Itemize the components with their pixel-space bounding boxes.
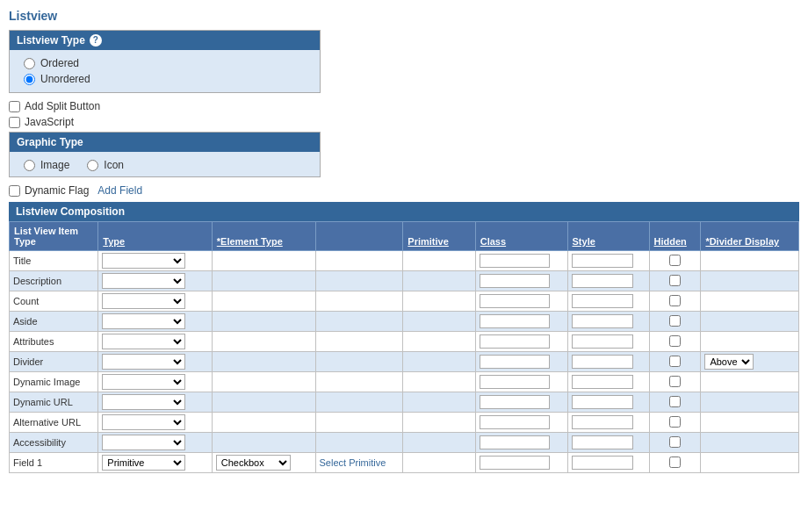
javascript-checkbox[interactable] xyxy=(9,117,20,128)
hidden-checkbox[interactable] xyxy=(669,436,681,448)
hidden-checkbox[interactable] xyxy=(669,255,681,266)
select-primitive-link[interactable]: Select Primitive xyxy=(320,457,386,468)
hidden-checkbox[interactable] xyxy=(669,416,681,428)
cell-style xyxy=(567,312,649,332)
type-select[interactable] xyxy=(102,354,185,370)
type-select[interactable] xyxy=(102,374,185,390)
class-input[interactable] xyxy=(480,456,550,470)
style-input[interactable] xyxy=(572,415,633,429)
graphic-type-header: Graphic Type xyxy=(10,133,320,152)
eltype-select[interactable]: Checkbox xyxy=(216,455,291,471)
hidden-checkbox[interactable] xyxy=(669,376,681,387)
cell-eltype xyxy=(212,372,315,392)
class-input[interactable] xyxy=(480,314,550,328)
cell-class xyxy=(475,271,567,291)
unordered-radio-row: Unordered xyxy=(24,71,306,87)
add-field-link[interactable]: Add Field xyxy=(97,184,142,197)
cell-class xyxy=(475,433,567,453)
cell-type xyxy=(98,352,213,372)
col-header-style-link[interactable]: Style xyxy=(573,236,595,247)
unordered-radio[interactable] xyxy=(24,74,35,85)
cell-style xyxy=(567,271,649,291)
cell-eltype: Checkbox xyxy=(212,453,315,473)
cell-hidden xyxy=(649,291,701,312)
cell-primitive xyxy=(403,413,475,433)
cell-class xyxy=(475,251,567,271)
style-input[interactable] xyxy=(572,395,633,409)
col-header-eltype-link[interactable]: *Element Type xyxy=(217,236,283,247)
class-input[interactable] xyxy=(480,415,550,429)
cell-hidden xyxy=(649,271,701,291)
class-input[interactable] xyxy=(480,294,550,308)
class-input[interactable] xyxy=(480,254,550,268)
javascript-area: JavaScript xyxy=(9,116,799,128)
cell-divider xyxy=(701,453,799,473)
style-input[interactable] xyxy=(572,375,633,389)
cell-type: Primitive xyxy=(98,453,213,473)
hidden-checkbox[interactable] xyxy=(669,315,681,327)
table-row: Dynamic URL xyxy=(10,392,799,413)
style-input[interactable] xyxy=(572,334,633,349)
graphic-type-section: Graphic Type Image Icon xyxy=(9,132,321,177)
cell-eltype xyxy=(212,413,315,433)
divider-select[interactable]: AboveBelowNone xyxy=(704,354,754,370)
class-input[interactable] xyxy=(480,355,550,369)
style-input[interactable] xyxy=(572,456,633,470)
style-input[interactable] xyxy=(572,294,633,308)
cell-style xyxy=(567,392,649,413)
type-select[interactable] xyxy=(102,414,185,430)
image-radio[interactable] xyxy=(24,160,35,171)
cell-hidden xyxy=(649,312,701,332)
style-input[interactable] xyxy=(572,355,633,369)
type-select[interactable] xyxy=(102,253,185,269)
col-header-class-link[interactable]: Class xyxy=(480,236,506,247)
type-select[interactable] xyxy=(102,313,185,329)
cell-extra: Select Primitive xyxy=(315,453,403,473)
dynamic-flag-checkbox[interactable] xyxy=(9,185,20,197)
class-input[interactable] xyxy=(480,375,550,389)
class-input[interactable] xyxy=(480,395,550,409)
hidden-checkbox[interactable] xyxy=(669,396,681,407)
hidden-checkbox[interactable] xyxy=(669,356,681,367)
hidden-checkbox[interactable] xyxy=(669,335,681,347)
cell-hidden xyxy=(649,372,701,392)
class-input[interactable] xyxy=(480,435,550,449)
cell-style xyxy=(567,251,649,271)
type-select[interactable] xyxy=(102,435,185,450)
icon-radio[interactable] xyxy=(87,160,98,171)
class-input[interactable] xyxy=(480,334,550,349)
hidden-checkbox[interactable] xyxy=(669,275,681,286)
cell-lvit: Accessibility xyxy=(10,433,98,453)
cell-divider xyxy=(701,312,799,332)
ordered-radio[interactable] xyxy=(24,58,35,69)
class-input[interactable] xyxy=(480,274,550,288)
type-select[interactable]: Primitive xyxy=(102,455,185,471)
cell-style xyxy=(567,291,649,312)
hidden-checkbox[interactable] xyxy=(669,457,681,468)
cell-eltype xyxy=(212,251,315,271)
help-icon[interactable]: ? xyxy=(90,34,102,47)
cell-hidden xyxy=(649,392,701,413)
type-select[interactable] xyxy=(102,394,185,410)
image-label: Image xyxy=(40,159,69,171)
col-header-divider-link[interactable]: *Divider Display xyxy=(705,236,779,247)
table-row: Alternative URL xyxy=(10,413,799,433)
col-header-type-link[interactable]: Type xyxy=(103,236,125,247)
style-input[interactable] xyxy=(572,274,633,288)
cell-divider xyxy=(701,392,799,413)
col-header-primitive-link[interactable]: Primitive xyxy=(408,236,448,247)
type-select[interactable] xyxy=(102,334,185,349)
type-select[interactable] xyxy=(102,273,185,289)
col-header-class: Class xyxy=(475,222,567,251)
cell-eltype xyxy=(212,332,315,352)
type-select[interactable] xyxy=(102,293,185,309)
style-input[interactable] xyxy=(572,254,633,268)
add-split-button-checkbox[interactable] xyxy=(9,101,20,112)
cell-type xyxy=(98,433,213,453)
cell-extra xyxy=(315,312,403,332)
hidden-checkbox[interactable] xyxy=(669,295,681,306)
style-input[interactable] xyxy=(572,314,633,328)
col-header-hidden-link[interactable]: Hidden xyxy=(654,236,687,247)
style-input[interactable] xyxy=(572,435,633,449)
cell-eltype xyxy=(212,271,315,291)
